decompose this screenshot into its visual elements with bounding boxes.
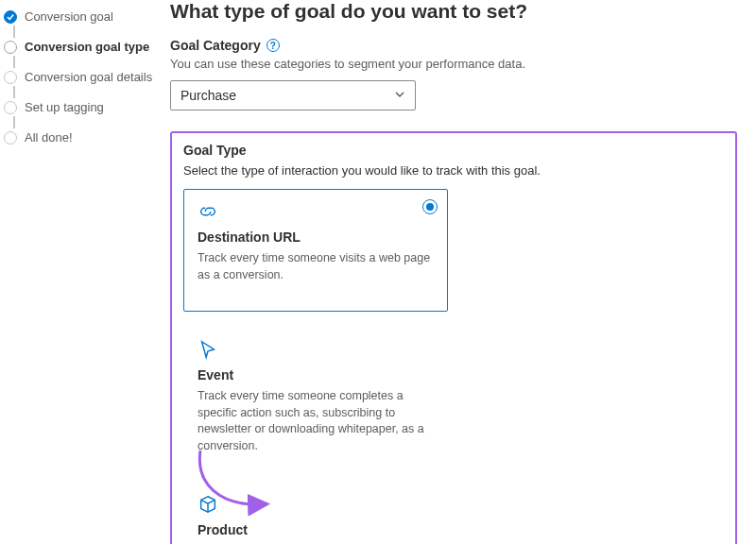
- card-description: Track every time someone visits a web pa…: [198, 250, 434, 283]
- check-icon: [4, 10, 17, 24]
- goal-card-product[interactable]: Product Track product purchases back to …: [183, 482, 448, 544]
- step-all-done[interactable]: All done!: [4, 128, 163, 146]
- goal-type-description: Select the type of interaction you would…: [183, 163, 724, 178]
- goal-card-event[interactable]: Event Track every time someone completes…: [183, 327, 448, 467]
- help-icon[interactable]: ?: [266, 39, 280, 52]
- step-connector: [13, 86, 15, 98]
- step-label: Set up tagging: [25, 100, 104, 114]
- chevron-down-icon: [394, 88, 405, 103]
- circle-icon: [4, 101, 17, 114]
- step-conversion-goal-details[interactable]: Conversion goal details: [4, 68, 163, 86]
- step-connector: [13, 56, 15, 68]
- goal-category-select[interactable]: Purchase: [170, 80, 416, 110]
- step-label: Conversion goal details: [25, 70, 152, 84]
- cursor-icon: [198, 339, 434, 360]
- goal-type-title: Goal Type: [183, 143, 724, 158]
- step-conversion-goal[interactable]: Conversion goal: [4, 8, 163, 26]
- radio-selected-icon: [422, 199, 438, 214]
- circle-icon: [4, 131, 17, 144]
- step-connector: [13, 116, 15, 128]
- page-title: What type of goal do you want to set?: [170, 0, 737, 23]
- step-connector: [13, 26, 15, 38]
- circle-icon: [4, 41, 17, 54]
- step-label: All done!: [25, 130, 73, 144]
- wizard-steps-sidebar: Conversion goal Conversion goal type Con…: [0, 0, 170, 544]
- goal-category-label: Goal Category ?: [170, 38, 737, 53]
- select-value: Purchase: [180, 88, 236, 103]
- goal-category-hint: You can use these categories to segment …: [170, 57, 737, 71]
- step-label: Conversion goal: [25, 9, 113, 24]
- card-title: Product: [198, 522, 434, 537]
- link-icon: [198, 201, 434, 222]
- step-conversion-goal-type[interactable]: Conversion goal type: [4, 38, 163, 56]
- step-label: Conversion goal type: [25, 40, 149, 54]
- goal-type-section: Goal Type Select the type of interaction…: [170, 131, 737, 544]
- card-description: Track every time someone completes a spe…: [198, 388, 434, 454]
- cube-icon: [198, 494, 434, 515]
- card-title: Event: [198, 367, 434, 382]
- goal-card-destination-url[interactable]: Destination URL Track every time someone…: [183, 189, 448, 312]
- step-set-up-tagging[interactable]: Set up tagging: [4, 98, 163, 116]
- circle-icon: [4, 71, 17, 84]
- card-title: Destination URL: [198, 230, 434, 245]
